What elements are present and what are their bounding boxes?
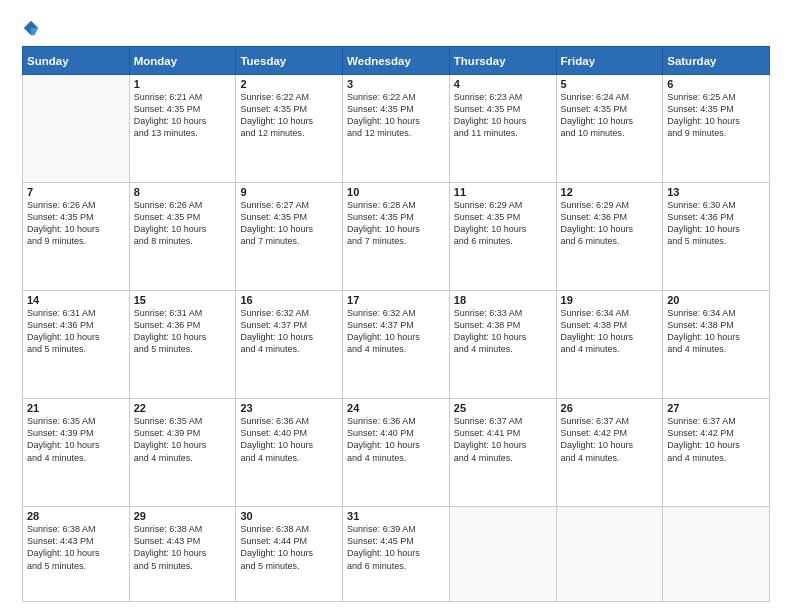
day-info: Sunrise: 6:23 AMSunset: 4:35 PMDaylight:… bbox=[454, 91, 552, 140]
day-number: 14 bbox=[27, 294, 125, 306]
calendar-cell: 9Sunrise: 6:27 AMSunset: 4:35 PMDaylight… bbox=[236, 183, 343, 291]
weekday-header-friday: Friday bbox=[556, 47, 663, 75]
week-row-3: 14Sunrise: 6:31 AMSunset: 4:36 PMDayligh… bbox=[23, 291, 770, 399]
day-number: 4 bbox=[454, 78, 552, 90]
calendar-cell: 22Sunrise: 6:35 AMSunset: 4:39 PMDayligh… bbox=[129, 399, 236, 507]
day-number: 24 bbox=[347, 402, 445, 414]
calendar-cell: 31Sunrise: 6:39 AMSunset: 4:45 PMDayligh… bbox=[343, 507, 450, 602]
weekday-header-monday: Monday bbox=[129, 47, 236, 75]
day-info: Sunrise: 6:38 AMSunset: 4:43 PMDaylight:… bbox=[27, 523, 125, 572]
day-number: 28 bbox=[27, 510, 125, 522]
logo-icon bbox=[22, 19, 40, 37]
calendar-cell bbox=[556, 507, 663, 602]
day-number: 21 bbox=[27, 402, 125, 414]
day-number: 8 bbox=[134, 186, 232, 198]
calendar-cell bbox=[663, 507, 770, 602]
day-info: Sunrise: 6:33 AMSunset: 4:38 PMDaylight:… bbox=[454, 307, 552, 356]
day-number: 5 bbox=[561, 78, 659, 90]
calendar-cell: 6Sunrise: 6:25 AMSunset: 4:35 PMDaylight… bbox=[663, 75, 770, 183]
calendar-cell: 12Sunrise: 6:29 AMSunset: 4:36 PMDayligh… bbox=[556, 183, 663, 291]
weekday-header-thursday: Thursday bbox=[449, 47, 556, 75]
calendar-cell: 29Sunrise: 6:38 AMSunset: 4:43 PMDayligh… bbox=[129, 507, 236, 602]
calendar-cell: 13Sunrise: 6:30 AMSunset: 4:36 PMDayligh… bbox=[663, 183, 770, 291]
calendar-cell: 4Sunrise: 6:23 AMSunset: 4:35 PMDaylight… bbox=[449, 75, 556, 183]
day-number: 9 bbox=[240, 186, 338, 198]
day-number: 31 bbox=[347, 510, 445, 522]
day-info: Sunrise: 6:36 AMSunset: 4:40 PMDaylight:… bbox=[347, 415, 445, 464]
calendar-cell: 28Sunrise: 6:38 AMSunset: 4:43 PMDayligh… bbox=[23, 507, 130, 602]
day-number: 2 bbox=[240, 78, 338, 90]
day-number: 3 bbox=[347, 78, 445, 90]
calendar-cell: 23Sunrise: 6:36 AMSunset: 4:40 PMDayligh… bbox=[236, 399, 343, 507]
day-info: Sunrise: 6:30 AMSunset: 4:36 PMDaylight:… bbox=[667, 199, 765, 248]
day-info: Sunrise: 6:22 AMSunset: 4:35 PMDaylight:… bbox=[347, 91, 445, 140]
day-info: Sunrise: 6:21 AMSunset: 4:35 PMDaylight:… bbox=[134, 91, 232, 140]
day-number: 15 bbox=[134, 294, 232, 306]
day-info: Sunrise: 6:29 AMSunset: 4:36 PMDaylight:… bbox=[561, 199, 659, 248]
calendar-cell: 1Sunrise: 6:21 AMSunset: 4:35 PMDaylight… bbox=[129, 75, 236, 183]
calendar-table: SundayMondayTuesdayWednesdayThursdayFrid… bbox=[22, 46, 770, 602]
calendar-cell: 11Sunrise: 6:29 AMSunset: 4:35 PMDayligh… bbox=[449, 183, 556, 291]
calendar-cell: 10Sunrise: 6:28 AMSunset: 4:35 PMDayligh… bbox=[343, 183, 450, 291]
day-info: Sunrise: 6:39 AMSunset: 4:45 PMDaylight:… bbox=[347, 523, 445, 572]
calendar-cell: 25Sunrise: 6:37 AMSunset: 4:41 PMDayligh… bbox=[449, 399, 556, 507]
day-number: 17 bbox=[347, 294, 445, 306]
week-row-4: 21Sunrise: 6:35 AMSunset: 4:39 PMDayligh… bbox=[23, 399, 770, 507]
day-info: Sunrise: 6:26 AMSunset: 4:35 PMDaylight:… bbox=[27, 199, 125, 248]
day-number: 25 bbox=[454, 402, 552, 414]
day-number: 10 bbox=[347, 186, 445, 198]
calendar-cell: 5Sunrise: 6:24 AMSunset: 4:35 PMDaylight… bbox=[556, 75, 663, 183]
weekday-header-tuesday: Tuesday bbox=[236, 47, 343, 75]
day-info: Sunrise: 6:34 AMSunset: 4:38 PMDaylight:… bbox=[561, 307, 659, 356]
calendar-cell: 30Sunrise: 6:38 AMSunset: 4:44 PMDayligh… bbox=[236, 507, 343, 602]
calendar-cell bbox=[449, 507, 556, 602]
calendar-cell: 20Sunrise: 6:34 AMSunset: 4:38 PMDayligh… bbox=[663, 291, 770, 399]
day-number: 20 bbox=[667, 294, 765, 306]
day-info: Sunrise: 6:37 AMSunset: 4:42 PMDaylight:… bbox=[667, 415, 765, 464]
week-row-2: 7Sunrise: 6:26 AMSunset: 4:35 PMDaylight… bbox=[23, 183, 770, 291]
day-number: 18 bbox=[454, 294, 552, 306]
day-info: Sunrise: 6:24 AMSunset: 4:35 PMDaylight:… bbox=[561, 91, 659, 140]
day-info: Sunrise: 6:34 AMSunset: 4:38 PMDaylight:… bbox=[667, 307, 765, 356]
day-info: Sunrise: 6:28 AMSunset: 4:35 PMDaylight:… bbox=[347, 199, 445, 248]
day-info: Sunrise: 6:27 AMSunset: 4:35 PMDaylight:… bbox=[240, 199, 338, 248]
header bbox=[22, 18, 770, 38]
weekday-header-wednesday: Wednesday bbox=[343, 47, 450, 75]
calendar-cell: 26Sunrise: 6:37 AMSunset: 4:42 PMDayligh… bbox=[556, 399, 663, 507]
day-info: Sunrise: 6:38 AMSunset: 4:44 PMDaylight:… bbox=[240, 523, 338, 572]
day-info: Sunrise: 6:32 AMSunset: 4:37 PMDaylight:… bbox=[347, 307, 445, 356]
calendar-cell: 16Sunrise: 6:32 AMSunset: 4:37 PMDayligh… bbox=[236, 291, 343, 399]
svg-marker-1 bbox=[31, 28, 38, 35]
day-info: Sunrise: 6:29 AMSunset: 4:35 PMDaylight:… bbox=[454, 199, 552, 248]
day-info: Sunrise: 6:25 AMSunset: 4:35 PMDaylight:… bbox=[667, 91, 765, 140]
day-info: Sunrise: 6:35 AMSunset: 4:39 PMDaylight:… bbox=[27, 415, 125, 464]
day-number: 23 bbox=[240, 402, 338, 414]
day-info: Sunrise: 6:36 AMSunset: 4:40 PMDaylight:… bbox=[240, 415, 338, 464]
calendar-cell: 19Sunrise: 6:34 AMSunset: 4:38 PMDayligh… bbox=[556, 291, 663, 399]
calendar-cell: 14Sunrise: 6:31 AMSunset: 4:36 PMDayligh… bbox=[23, 291, 130, 399]
day-number: 12 bbox=[561, 186, 659, 198]
day-info: Sunrise: 6:38 AMSunset: 4:43 PMDaylight:… bbox=[134, 523, 232, 572]
day-info: Sunrise: 6:37 AMSunset: 4:42 PMDaylight:… bbox=[561, 415, 659, 464]
calendar-cell: 18Sunrise: 6:33 AMSunset: 4:38 PMDayligh… bbox=[449, 291, 556, 399]
day-number: 7 bbox=[27, 186, 125, 198]
calendar-cell: 7Sunrise: 6:26 AMSunset: 4:35 PMDaylight… bbox=[23, 183, 130, 291]
logo bbox=[22, 18, 42, 38]
week-row-5: 28Sunrise: 6:38 AMSunset: 4:43 PMDayligh… bbox=[23, 507, 770, 602]
day-info: Sunrise: 6:35 AMSunset: 4:39 PMDaylight:… bbox=[134, 415, 232, 464]
day-number: 22 bbox=[134, 402, 232, 414]
calendar-cell: 2Sunrise: 6:22 AMSunset: 4:35 PMDaylight… bbox=[236, 75, 343, 183]
day-number: 1 bbox=[134, 78, 232, 90]
day-number: 19 bbox=[561, 294, 659, 306]
day-number: 27 bbox=[667, 402, 765, 414]
calendar-cell: 27Sunrise: 6:37 AMSunset: 4:42 PMDayligh… bbox=[663, 399, 770, 507]
day-info: Sunrise: 6:37 AMSunset: 4:41 PMDaylight:… bbox=[454, 415, 552, 464]
day-number: 6 bbox=[667, 78, 765, 90]
calendar-cell: 3Sunrise: 6:22 AMSunset: 4:35 PMDaylight… bbox=[343, 75, 450, 183]
calendar-cell bbox=[23, 75, 130, 183]
day-number: 11 bbox=[454, 186, 552, 198]
day-info: Sunrise: 6:31 AMSunset: 4:36 PMDaylight:… bbox=[27, 307, 125, 356]
weekday-header-saturday: Saturday bbox=[663, 47, 770, 75]
day-number: 29 bbox=[134, 510, 232, 522]
calendar-cell: 17Sunrise: 6:32 AMSunset: 4:37 PMDayligh… bbox=[343, 291, 450, 399]
